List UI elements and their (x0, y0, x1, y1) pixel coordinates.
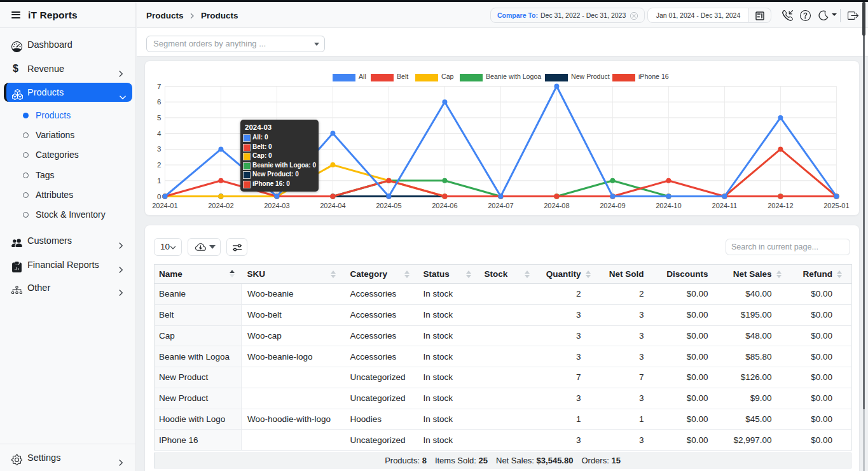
svg-text:2025-01: 2025-01 (823, 202, 849, 209)
svg-text:2024-10: 2024-10 (656, 202, 681, 209)
svg-text:2024-01: 2024-01 (152, 202, 177, 209)
svg-text:0: 0 (157, 193, 161, 200)
svg-text:6: 6 (157, 98, 161, 106)
svg-text:2024-12: 2024-12 (768, 202, 793, 209)
svg-text:2024-05: 2024-05 (376, 202, 401, 209)
svg-text:5: 5 (157, 114, 161, 122)
svg-text:2024-06: 2024-06 (432, 202, 457, 209)
svg-text:2024-07: 2024-07 (488, 202, 513, 209)
svg-text:7: 7 (157, 83, 161, 90)
svg-text:2024-03: 2024-03 (264, 202, 289, 209)
svg-text:1: 1 (157, 177, 161, 185)
svg-text:2024-04: 2024-04 (320, 202, 345, 209)
svg-text:3: 3 (157, 145, 161, 153)
svg-text:2024-08: 2024-08 (544, 202, 569, 209)
svg-text:2024-11: 2024-11 (712, 202, 738, 209)
svg-text:2024-02: 2024-02 (208, 202, 233, 209)
svg-text:2024-09: 2024-09 (600, 202, 625, 209)
svg-text:2: 2 (157, 161, 161, 169)
svg-text:4: 4 (157, 130, 162, 137)
